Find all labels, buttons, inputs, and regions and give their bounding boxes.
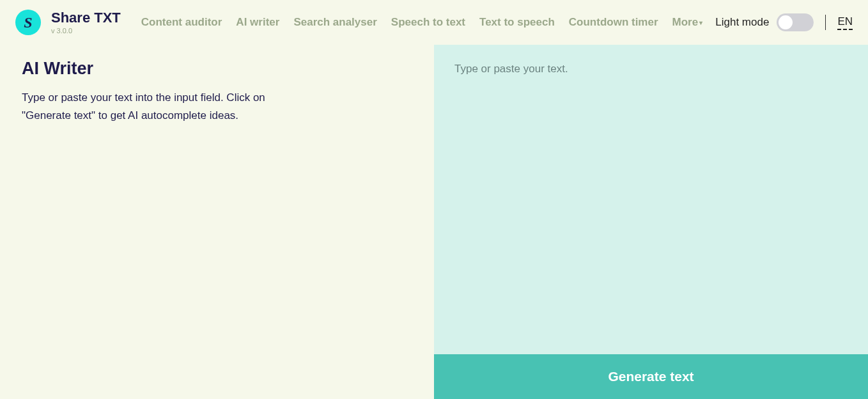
header-right-controls: Light mode EN xyxy=(715,13,853,31)
nav-speech-to-text[interactable]: Speech to text xyxy=(391,16,465,29)
logo-text-group: Share TXT v 3.0.0 xyxy=(51,10,121,35)
right-panel: Generate text xyxy=(434,45,868,399)
logo-icon: S xyxy=(15,10,41,35)
nav-ai-writer[interactable]: AI writer xyxy=(236,16,279,29)
light-mode-label: Light mode xyxy=(715,16,769,29)
theme-toggle[interactable] xyxy=(777,13,814,31)
nav-countdown-timer[interactable]: Countdown timer xyxy=(569,16,658,29)
nav-text-to-speech[interactable]: Text to speech xyxy=(479,16,555,29)
generate-text-button[interactable]: Generate text xyxy=(434,354,868,399)
toggle-knob xyxy=(779,15,793,29)
left-panel: AI Writer Type or paste your text into t… xyxy=(0,45,434,399)
header: S Share TXT v 3.0.0 Content auditor AI w… xyxy=(0,0,868,45)
text-input[interactable] xyxy=(434,45,868,354)
nav-more[interactable]: More▾ xyxy=(672,16,703,29)
nav-content-auditor[interactable]: Content auditor xyxy=(141,16,222,29)
logo-letter: S xyxy=(24,14,32,31)
vertical-divider xyxy=(825,15,826,30)
main-content: AI Writer Type or paste your text into t… xyxy=(0,45,868,399)
app-title: Share TXT xyxy=(51,10,121,26)
main-nav: Content auditor AI writer Search analyse… xyxy=(141,16,715,29)
logo-section[interactable]: S Share TXT v 3.0.0 xyxy=(15,10,121,35)
page-title: AI Writer xyxy=(22,59,420,79)
nav-more-label: More xyxy=(672,16,699,28)
page-description: Type or paste your text into the input f… xyxy=(22,89,290,125)
app-version: v 3.0.0 xyxy=(51,27,121,35)
language-selector[interactable]: EN xyxy=(837,15,853,30)
nav-search-analyser[interactable]: Search analyser xyxy=(293,16,376,29)
chevron-down-icon: ▾ xyxy=(699,19,702,26)
